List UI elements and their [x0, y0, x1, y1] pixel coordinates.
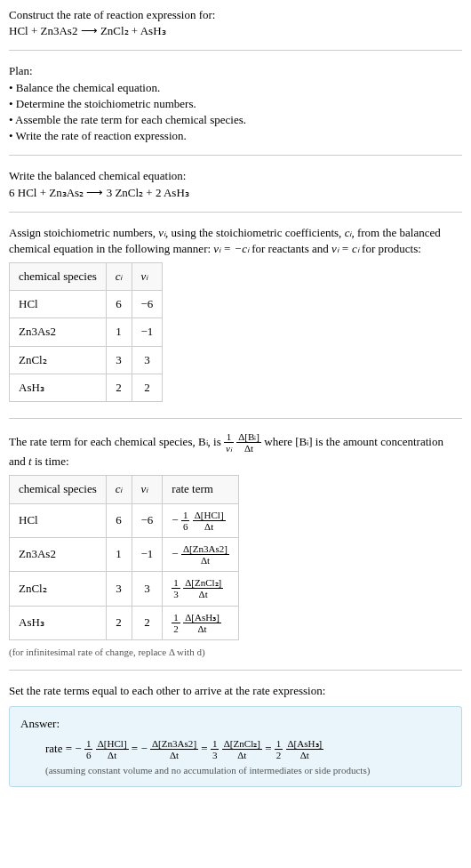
cell-species: Zn3As2 [10, 318, 107, 346]
cell-ci: 2 [106, 606, 132, 639]
frac-den: 2 [275, 750, 283, 760]
frac-den: νᵢ [224, 443, 234, 454]
fraction: 12 [275, 738, 283, 760]
fraction: Δ[ZnCl₂]Δt [222, 738, 262, 760]
rate-equation: rate = − 16 Δ[HCl]Δt = − Δ[Zn3As2]Δt = 1… [20, 738, 451, 760]
stoich-table: chemical species cᵢ νᵢ HCl 6 −6 Zn3As2 1… [9, 262, 163, 402]
rate-term-table: chemical species cᵢ νᵢ rate term HCl 6 −… [9, 475, 239, 639]
cell-species: AsH₃ [10, 606, 107, 639]
plan-item: • Determine the stoichiometric numbers. [9, 96, 462, 112]
plan-title: Plan: [9, 63, 462, 79]
final-section: Set the rate terms equal to each other t… [9, 683, 462, 798]
col-species: chemical species [10, 476, 107, 503]
frac-num: Δ[Zn3As2] [150, 738, 198, 750]
sign: − [75, 741, 81, 754]
final-title: Set the rate terms equal to each other t… [9, 683, 462, 699]
cell-nui: 3 [132, 346, 163, 374]
frac-den: 2 [172, 623, 180, 634]
table-row: HCl 6 −6 − 16 Δ[HCl]Δt [10, 503, 239, 537]
cell-nui: −1 [132, 318, 163, 346]
balanced-equation: 6 HCl + Zn₃As₂ ⟶ 3 ZnCl₂ + 2 AsH₃ [9, 185, 462, 201]
cell-species: HCl [10, 503, 107, 537]
frac-den: Δt [193, 521, 226, 532]
col-nui: νᵢ [132, 263, 163, 291]
header-equation: HCl + Zn3As2 ⟶ ZnCl₂ + AsH₃ [9, 23, 462, 39]
sign: − [172, 547, 178, 560]
fraction: Δ[AsH₃]Δt [183, 612, 221, 634]
table-row: AsH₃ 2 2 12 Δ[AsH₃]Δt [10, 606, 239, 639]
frac-num: 1 [211, 738, 220, 750]
col-species: chemical species [10, 263, 107, 291]
table-row: HCl 6 −6 [10, 291, 163, 318]
cell-ci: 1 [106, 318, 132, 346]
cell-rate: 13 Δ[ZnCl₂]Δt [163, 572, 239, 606]
relation: νᵢ = cᵢ [331, 242, 359, 255]
frac-num: 1 [84, 738, 93, 750]
fraction: Δ[AsH₃]Δt [286, 738, 324, 760]
rate-term-intro: The rate term for each chemical species,… [9, 431, 462, 470]
fraction: Δ[Zn3As2]Δt [181, 543, 229, 566]
disclaimer: (assuming constant volume and no accumul… [20, 764, 451, 777]
frac-den: Δt [183, 589, 223, 599]
fraction: Δ[ZnCl₂]Δt [183, 577, 223, 599]
cell-nui: 2 [132, 606, 163, 639]
balanced-section: Write the balanced chemical equation: 6 … [9, 168, 462, 212]
frac-num: Δ[AsH₃] [286, 738, 324, 750]
cell-species: Zn3As2 [10, 537, 107, 571]
fraction: 12 [172, 612, 180, 634]
frac-den: Δt [183, 623, 221, 634]
fraction: Δ[HCl]Δt [193, 510, 226, 532]
table-row: AsH₃ 2 2 [10, 374, 163, 401]
frac-num: 1 [172, 577, 180, 589]
equals: = [201, 741, 211, 754]
cell-ci: 1 [106, 537, 132, 571]
fraction: 13 [211, 738, 220, 760]
text: , using the stoichiometric coefficients, [165, 226, 345, 239]
frac-den: Δt [150, 750, 198, 760]
stoich-section: Assign stoichiometric numbers, νᵢ, using… [9, 225, 462, 419]
balanced-title: Write the balanced chemical equation: [9, 168, 462, 184]
cell-ci: 3 [106, 572, 132, 606]
cell-nui: 2 [132, 374, 163, 401]
frac-num: Δ[Zn3As2] [181, 543, 229, 555]
relation: νᵢ = −cᵢ [213, 242, 249, 255]
header-title: Construct the rate of reaction expressio… [9, 7, 462, 23]
frac-num: Δ[Bᵢ] [236, 431, 261, 443]
frac-num: Δ[ZnCl₂] [183, 577, 223, 589]
frac-den: Δt [96, 750, 129, 760]
text: The rate term for each chemical species,… [9, 435, 224, 448]
text: for products: [359, 242, 421, 255]
frac-den: 6 [84, 750, 93, 760]
frac-den: Δt [181, 555, 229, 566]
rate-label: rate = [45, 741, 75, 754]
fraction: Δ[Zn3As2]Δt [150, 738, 198, 760]
table-row: ZnCl₂ 3 3 13 Δ[ZnCl₂]Δt [10, 572, 239, 606]
stoich-intro: Assign stoichiometric numbers, νᵢ, using… [9, 225, 462, 257]
frac-num: 1 [181, 510, 190, 521]
fraction: 16 [181, 510, 190, 532]
frac-num: 1 [275, 738, 283, 750]
sign: − [140, 741, 147, 754]
cell-ci: 3 [106, 346, 132, 374]
cell-nui: −6 [132, 291, 163, 318]
fraction: 16 [84, 738, 93, 760]
cell-species: ZnCl₂ [10, 346, 107, 374]
frac-num: Δ[ZnCl₂] [222, 738, 262, 750]
frac-den: Δt [222, 750, 262, 760]
cell-ci: 6 [106, 291, 132, 318]
answer-label: Answer: [20, 716, 451, 732]
equals: = [265, 741, 275, 754]
header-section: Construct the rate of reaction expressio… [9, 7, 462, 51]
frac-num: Δ[HCl] [96, 738, 129, 750]
frac-den: 6 [181, 521, 190, 532]
cell-nui: −6 [132, 503, 163, 537]
cell-ci: 6 [106, 503, 132, 537]
text: is time: [32, 454, 69, 468]
frac-den: Δt [286, 750, 324, 760]
frac-den: Δt [236, 443, 261, 454]
cell-rate: − Δ[Zn3As2]Δt [163, 537, 239, 571]
rate-term-section: The rate term for each chemical species,… [9, 431, 462, 671]
frac-num: 1 [224, 431, 234, 443]
table-row: Zn3As2 1 −1 − Δ[Zn3As2]Δt [10, 537, 239, 571]
fraction: Δ[Bᵢ]Δt [236, 431, 261, 454]
